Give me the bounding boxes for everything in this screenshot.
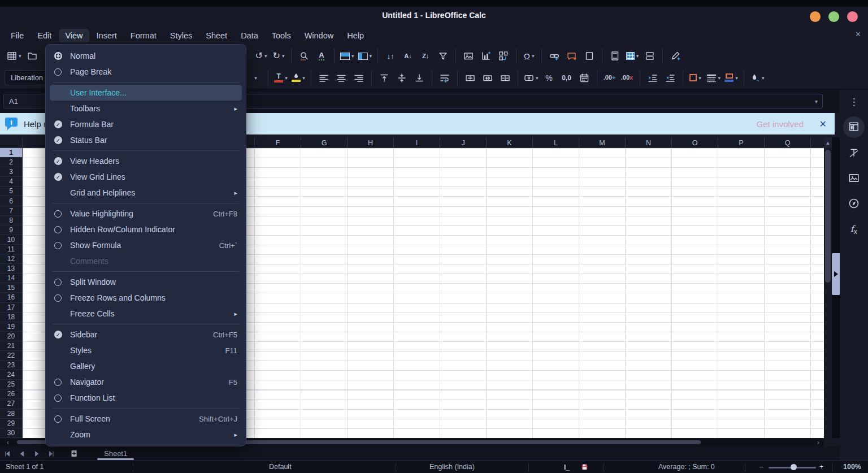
- sidebar-kebab-menu-icon[interactable]: ⋮: [840, 97, 868, 107]
- unmerge-cells-icon[interactable]: [498, 71, 512, 85]
- sidebar-gallery-icon[interactable]: [840, 172, 868, 184]
- valign-center-icon[interactable]: [395, 71, 409, 85]
- zoom-percent[interactable]: 100%: [843, 463, 861, 471]
- row-header-21[interactable]: 21: [0, 341, 22, 351]
- column-header-l[interactable]: L: [532, 137, 579, 148]
- find-replace-icon[interactable]: [297, 49, 311, 63]
- scroll-left-icon[interactable]: ‹: [7, 439, 9, 446]
- insert-columns-icon[interactable]: ▾: [358, 49, 372, 63]
- view-menu-item-full-screen[interactable]: Full ScreenShift+Ctrl+J: [50, 411, 242, 427]
- view-menu-item-page-break[interactable]: Page Break: [50, 64, 242, 80]
- column-header-g[interactable]: G: [301, 137, 347, 148]
- menubar-item-tools[interactable]: Tools: [266, 29, 297, 42]
- view-menu-item-view-headers[interactable]: ✓View Headers: [50, 153, 242, 169]
- row-header-6[interactable]: 6: [0, 196, 22, 206]
- row-header-11[interactable]: 11: [0, 245, 22, 254]
- view-menu-item-function-list[interactable]: Function List: [50, 390, 242, 406]
- insert-mode-icon[interactable]: I_: [564, 463, 570, 471]
- row-header-12[interactable]: 12: [0, 254, 22, 264]
- valign-bottom-icon[interactable]: [413, 71, 426, 85]
- row-header-14[interactable]: 14: [0, 274, 22, 283]
- menubar-item-styles[interactable]: Styles: [164, 29, 199, 42]
- new-spreadsheet-icon[interactable]: ▾: [7, 49, 21, 63]
- row-header-10[interactable]: 10: [0, 235, 22, 245]
- delete-decimal-icon[interactable]: .00x: [620, 71, 634, 85]
- number-format-icon[interactable]: 0,0: [560, 71, 574, 85]
- valign-top-icon[interactable]: [377, 71, 391, 85]
- insert-text-box-icon[interactable]: [583, 49, 596, 63]
- column-header-f[interactable]: F: [254, 137, 301, 148]
- split-window-icon[interactable]: [643, 49, 657, 63]
- column-header-i[interactable]: I: [393, 137, 440, 148]
- scroll-right-icon[interactable]: ›: [817, 439, 819, 446]
- hyperlink-icon[interactable]: [548, 49, 561, 63]
- menubar-item-format[interactable]: Format: [124, 29, 163, 42]
- view-menu-item-freeze-rows-and-columns[interactable]: Freeze Rows and Columns: [50, 290, 242, 306]
- view-menu-item-formula-bar[interactable]: ✓Formula Bar: [50, 116, 242, 132]
- menubar-item-data[interactable]: Data: [235, 29, 264, 42]
- freeze-panes-icon[interactable]: ▾: [626, 49, 639, 63]
- font-color-icon[interactable]: T▾: [274, 71, 288, 85]
- row-header-22[interactable]: 22: [0, 351, 22, 361]
- row-header-1[interactable]: 1: [0, 148, 22, 158]
- menubar-item-sheet[interactable]: Sheet: [199, 29, 233, 42]
- previous-sheet-icon[interactable]: [15, 450, 29, 458]
- view-menu-item-styles[interactable]: StylesF11: [50, 342, 242, 358]
- zoom-slider-knob[interactable]: [791, 464, 797, 470]
- row-header-30[interactable]: 30: [0, 428, 22, 438]
- date-format-icon[interactable]: [578, 71, 591, 85]
- get-involved-link[interactable]: Get involved: [757, 119, 804, 129]
- close-document-icon[interactable]: ✕: [855, 30, 861, 38]
- special-character-icon[interactable]: Ω▾: [522, 49, 536, 63]
- row-header-13[interactable]: 13: [0, 264, 22, 274]
- view-menu-item-hidden-row-column-indicator[interactable]: Hidden Row/Column Indicator: [50, 222, 242, 237]
- column-header-h[interactable]: H: [347, 137, 393, 148]
- vertical-scrollbar-thumb[interactable]: [825, 150, 831, 283]
- wrap-text-icon[interactable]: [438, 71, 452, 85]
- menubar-item-insert[interactable]: Insert: [90, 29, 123, 42]
- column-header-k[interactable]: K: [486, 137, 532, 148]
- row-header-7[interactable]: 7: [0, 206, 22, 216]
- view-menu-item-status-bar[interactable]: ✓Status Bar: [50, 132, 242, 148]
- minimize-button[interactable]: [810, 11, 821, 22]
- row-header-19[interactable]: 19: [0, 322, 22, 332]
- sheet-tab-sheet1[interactable]: Sheet1: [96, 446, 135, 461]
- column-header-p[interactable]: P: [718, 137, 764, 148]
- sidebar-properties-icon[interactable]: [840, 121, 868, 132]
- merge-cells-icon[interactable]: [481, 71, 494, 85]
- column-header-j[interactable]: J: [440, 137, 486, 148]
- row-header-26[interactable]: 26: [0, 389, 22, 399]
- menubar-item-help[interactable]: Help: [341, 29, 370, 42]
- name-box[interactable]: A1: [3, 94, 51, 109]
- headers-footers-icon[interactable]: [608, 49, 622, 63]
- page-style[interactable]: Default: [269, 463, 292, 471]
- view-menu-item-grid-and-helplines[interactable]: Grid and Helplines▸: [50, 185, 242, 201]
- view-menu-item-split-window[interactable]: Split Window: [50, 274, 242, 290]
- row-header-16[interactable]: 16: [0, 293, 22, 302]
- row-header-25[interactable]: 25: [0, 380, 22, 389]
- view-menu-item-zoom[interactable]: Zoom▸: [50, 427, 242, 442]
- row-header-29[interactable]: 29: [0, 419, 22, 428]
- view-menu-item-gallery[interactable]: Gallery: [50, 358, 242, 374]
- row-header-24[interactable]: 24: [0, 370, 22, 380]
- sidebar-functions-icon[interactable]: fx: [840, 224, 868, 236]
- spelling-icon[interactable]: A: [315, 49, 328, 63]
- size-caret-icon[interactable]: ▾: [249, 71, 262, 85]
- titlebar[interactable]: Untitled 1 - LibreOffice Calc: [0, 7, 868, 25]
- unsaved-changes-icon[interactable]: [581, 463, 588, 472]
- column-header-o[interactable]: O: [671, 137, 718, 148]
- sidebar-navigator-icon[interactable]: [840, 198, 868, 209]
- row-header-5[interactable]: 5: [0, 186, 22, 196]
- draw-functions-icon[interactable]: [669, 49, 682, 63]
- row-header-2[interactable]: 2: [0, 158, 22, 167]
- menubar-item-view[interactable]: View: [59, 29, 89, 42]
- expand-formula-bar-icon[interactable]: ▾: [815, 98, 818, 105]
- sort-descending-icon[interactable]: Z↓: [419, 49, 432, 63]
- align-center-icon[interactable]: [335, 71, 348, 85]
- view-menu-item-navigator[interactable]: NavigatorF5: [50, 374, 242, 390]
- banner-close-icon[interactable]: ✕: [819, 119, 827, 129]
- redo-icon[interactable]: ↻▾: [272, 49, 285, 63]
- row-header-27[interactable]: 27: [0, 399, 22, 409]
- undo-icon[interactable]: ↺▾: [254, 49, 268, 63]
- row-header-18[interactable]: 18: [0, 313, 22, 322]
